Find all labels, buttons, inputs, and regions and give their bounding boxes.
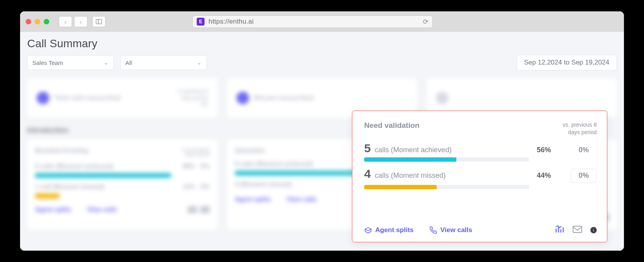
achieved-bar-fill — [364, 157, 456, 162]
reload-button[interactable]: ⟳ — [423, 18, 428, 26]
view-calls-button[interactable]: View calls — [429, 226, 472, 234]
app-viewport: Call Summary Sales Team ⌄ All ⌄ Sep 12,2… — [20, 32, 624, 251]
nav-buttons: ‹ › — [59, 16, 87, 27]
filter-toolbar: Sales Team ⌄ All ⌄ Sep 12,2024 to Sep 19… — [27, 55, 617, 70]
missed-prev-pct: 0% — [571, 169, 597, 183]
back-button[interactable]: ‹ — [59, 16, 72, 27]
need-validation-card: Need validation vs. previous 8 days peri… — [352, 111, 607, 242]
chevron-right-icon: › — [80, 18, 82, 25]
metric-missed: 4 calls (Moment missed) 44% 0% — [364, 167, 597, 189]
compare-label: vs. previous 8 days period — [563, 121, 597, 136]
missed-pct: 44% — [537, 172, 551, 180]
chevron-left-icon: ‹ — [65, 18, 67, 25]
achieved-pct: 56% — [537, 146, 551, 154]
close-window-button[interactable] — [26, 19, 31, 24]
box-icon — [364, 226, 372, 234]
browser-titlebar: ‹ › E https://enthu.ai ⟳ — [20, 11, 624, 32]
card-actions: Agent splits View calls i — [364, 221, 597, 236]
missed-bar — [364, 185, 529, 189]
missed-label: calls (Moment missed) — [375, 172, 446, 180]
metric-achieved: 5 calls (Moment achieved) 56% 0% — [364, 142, 597, 162]
missed-bar-fill — [364, 185, 437, 189]
missed-count: 4 — [364, 167, 371, 181]
agent-select[interactable]: All ⌄ — [120, 55, 207, 70]
sidebar-toggle-button[interactable] — [92, 16, 106, 27]
svg-rect-2 — [573, 226, 582, 232]
url-text: https://enthu.ai — [208, 18, 423, 26]
forward-button[interactable]: › — [74, 16, 87, 27]
sidebar-icon — [96, 19, 102, 24]
browser-window: ‹ › E https://enthu.ai ⟳ Call Summary Sa… — [20, 11, 624, 251]
date-range-value: Sep 12,2024 to Sep 19,2024 — [524, 59, 609, 66]
trend-chart-button[interactable] — [555, 225, 565, 236]
team-select[interactable]: Sales Team ⌄ — [27, 55, 114, 70]
date-range-picker[interactable]: Sep 12,2024 to Sep 19,2024 — [517, 55, 617, 70]
phone-icon — [429, 226, 437, 234]
svg-rect-0 — [96, 19, 102, 24]
achieved-prev-pct: 0% — [571, 146, 597, 154]
window-controls — [26, 19, 49, 24]
team-select-value: Sales Team — [32, 59, 63, 66]
trend-chart-icon — [555, 225, 565, 234]
email-button[interactable] — [572, 225, 583, 236]
view-calls-label: View calls — [440, 226, 472, 234]
agent-splits-label: Agent splits — [375, 226, 413, 234]
chevron-down-icon: ⌄ — [197, 59, 202, 66]
maximize-window-button[interactable] — [44, 19, 49, 24]
site-favicon: E — [197, 18, 205, 26]
mail-icon — [572, 225, 583, 234]
info-icon: i — [593, 228, 594, 232]
achieved-count: 5 — [364, 142, 371, 155]
info-button[interactable]: i — [590, 227, 597, 233]
agent-splits-button[interactable]: Agent splits — [364, 226, 413, 234]
minimize-window-button[interactable] — [35, 19, 40, 24]
card-title: Need validation — [364, 121, 419, 130]
page-title: Call Summary — [27, 37, 617, 50]
agent-select-value: All — [125, 59, 132, 66]
address-bar[interactable]: E https://enthu.ai ⟳ — [192, 15, 433, 28]
chevron-down-icon: ⌄ — [104, 59, 109, 66]
achieved-label: calls (Moment achieved) — [375, 146, 452, 154]
achieved-bar — [364, 157, 529, 162]
reload-icon: ⟳ — [423, 18, 428, 26]
